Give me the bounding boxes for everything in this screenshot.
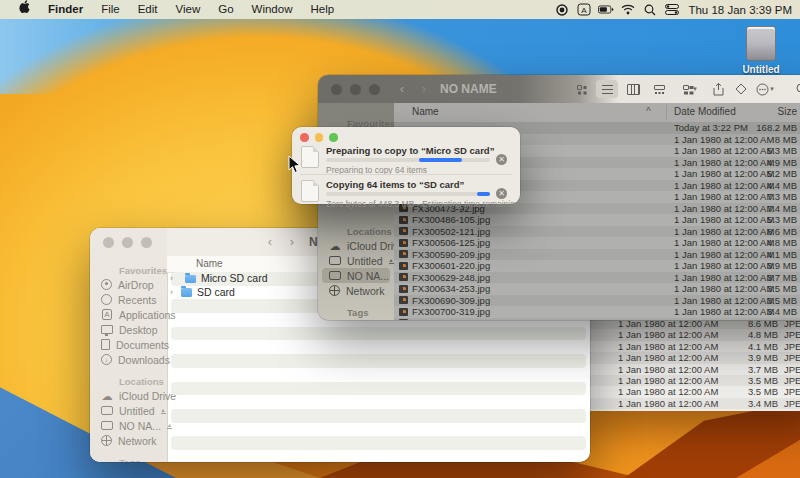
column-view-button[interactable] — [622, 80, 644, 98]
disk-icon — [101, 421, 113, 430]
sidebar-item[interactable]: iCloud Drive ▲ — [94, 388, 163, 403]
wifi-icon[interactable] — [620, 3, 636, 17]
minimize-button[interactable] — [350, 84, 361, 95]
forward-button[interactable]: › — [284, 233, 300, 251]
table-row[interactable]: FX300601-220.jpg 1 Jan 1980 at 12:00 AM … — [394, 260, 800, 272]
column-date-modified[interactable]: Date Modified — [674, 106, 736, 117]
sidebar-item[interactable]: AirDrop ▲ — [94, 277, 163, 292]
sidebar-item[interactable]: Favourites ▲ — [94, 264, 163, 277]
sidebar-item[interactable]: Tags ▲ — [322, 306, 390, 319]
close-button[interactable] — [103, 237, 114, 248]
table-row[interactable]: FX300629-248.jpg 1 Jan 1980 at 12:00 AM … — [394, 272, 800, 284]
search-icon[interactable] — [642, 3, 658, 17]
sidebar-item[interactable]: Recents ▲ — [94, 292, 163, 307]
sidebar-item[interactable]: Network ▲ — [94, 433, 163, 448]
back-button[interactable]: ‹ — [262, 233, 278, 251]
forward-button[interactable]: › — [416, 80, 432, 98]
table-row[interactable]: 1 Jan 1980 at 12:00 AM 3.5 MB JPEG image — [580, 375, 800, 386]
sidebar-item[interactable]: Network ▲ — [322, 283, 390, 298]
cell-date: 1 Jan 1980 at 12:00 AM — [618, 398, 718, 409]
table-row[interactable]: 1 Jan 1980 at 12:00 AM 3.5 MB JPEG image — [580, 386, 800, 397]
menu-file[interactable]: File — [92, 0, 129, 19]
apple-menu[interactable] — [10, 0, 39, 19]
table-row[interactable]: FX300590-209.jpg 1 Jan 1980 at 12:00 AM … — [394, 249, 800, 261]
sidebar-item-label: Network — [118, 435, 157, 447]
cell-name: FX300690-309.jpg — [412, 295, 490, 307]
sidebar-item[interactable]: NO NA... ▲ — [322, 268, 390, 283]
menu-go[interactable]: Go — [209, 0, 242, 19]
sidebar-item[interactable]: Untitled ▲ — [94, 403, 163, 418]
eject-icon[interactable]: ▲ — [389, 258, 394, 264]
copy-progress-dialog[interactable]: Preparing to copy to “Micro SD card” ✕ P… — [292, 127, 520, 204]
cell-date: 1 Jan 1980 at 12:00 AM — [618, 375, 718, 386]
cell-name: FX300700-319.jpg — [412, 306, 490, 318]
close-button[interactable] — [331, 84, 342, 95]
table-row[interactable]: 1 Jan 1980 at 12:00 AM 3.7 MB JPEG image — [580, 364, 800, 375]
cell-size: 7.3 MB — [729, 191, 797, 203]
tag-button[interactable] — [731, 80, 751, 98]
table-row[interactable]: 1 Jan 1980 at 12:00 AM 3.6 MB JPEG image — [580, 409, 800, 411]
column-size[interactable]: Size — [729, 106, 797, 117]
table-row[interactable]: FX300634-253.jpg 1 Jan 1980 at 12:00 AM … — [394, 283, 800, 295]
menu-bar-clock[interactable]: Thu 18 Jan 3:39 PM — [686, 4, 792, 16]
apple-logo-icon — [19, 0, 30, 13]
menu-finder[interactable]: Finder — [39, 0, 92, 19]
disclosure-chevron-icon[interactable]: › — [170, 272, 173, 286]
sidebar-item[interactable]: Documents ▲ — [94, 337, 163, 352]
zoom-button[interactable] — [369, 84, 380, 95]
sidebar-item[interactable]: Downloads ▲ — [94, 352, 163, 367]
table-row[interactable]: FX300502-121.jpg 1 Jan 1980 at 12:00 AM … — [394, 226, 800, 238]
sidebar-item[interactable]: Tags ▲ — [94, 456, 163, 462]
sidebar-item[interactable]: Locations ▲ — [322, 225, 390, 238]
gallery-view-button[interactable] — [648, 80, 670, 98]
table-row[interactable]: FX300506-125.jpg 1 Jan 1980 at 12:00 AM … — [394, 237, 800, 249]
table-row[interactable]: 1 Jan 1980 at 12:00 AM 4.1 MB JPEG image — [580, 341, 800, 352]
sidebar-item[interactable]: Locations ▲ — [94, 375, 163, 388]
zoom-button[interactable] — [141, 237, 152, 248]
table-row[interactable]: FX300690-309.jpg 1 Jan 1980 at 12:00 AM … — [394, 295, 800, 307]
table-row[interactable]: 1 Jan 1980 at 12:00 AM 3.9 MB JPEG image — [580, 352, 800, 363]
table-row[interactable]: 1 Jan 1980 at 12:00 AM 3.4 MB JPEG image — [580, 398, 800, 409]
list-view-button[interactable] — [596, 80, 618, 98]
share-button[interactable] — [708, 80, 728, 98]
sidebar-item[interactable]: Red ▲ — [322, 319, 390, 320]
more-actions-button[interactable]: ▾ — [755, 80, 775, 98]
table-row[interactable]: FX300486-105.jpg 1 Jan 1980 at 12:00 AM … — [394, 214, 800, 226]
cell-size: 4.8 MB — [710, 329, 778, 340]
zoom-button[interactable] — [329, 133, 338, 142]
sidebar-item-label: Desktop — [119, 324, 158, 336]
menu-view[interactable]: View — [167, 0, 210, 19]
sidebar-item[interactable]: Desktop ▲ — [94, 322, 163, 337]
minimize-button[interactable] — [122, 237, 133, 248]
sidebar-item[interactable]: Untitled ▲ — [322, 253, 390, 268]
table-row[interactable]: FX300738-357.jpg 1 Jan 1980 at 12:00 AM … — [394, 318, 800, 321]
battery-icon[interactable] — [598, 3, 614, 17]
group-button[interactable]: ▾ — [680, 80, 700, 98]
table-row[interactable]: FX300700-319.jpg 1 Jan 1980 at 12:00 AM … — [394, 306, 800, 318]
sort-ascending-icon[interactable]: ^ — [646, 106, 651, 117]
icon-view-button[interactable] — [570, 80, 592, 98]
back-button[interactable]: ‹ — [394, 80, 410, 98]
stop-button[interactable]: ✕ — [496, 188, 507, 199]
sidebar-item[interactable]: NO NA... ▲ — [94, 418, 163, 433]
titlebar[interactable]: ‹ › NO NAME ▾ ▾ — [318, 75, 800, 103]
input-source-icon[interactable]: A — [576, 3, 592, 17]
screen-record-icon[interactable] — [554, 3, 570, 17]
menu-help[interactable]: Help — [301, 0, 343, 19]
desktop-disk-icon[interactable]: Untitled — [736, 26, 786, 75]
sidebar-item[interactable]: iCloud Drive ▲ — [322, 238, 390, 253]
sidebar-item[interactable]: Applications ▲ — [94, 307, 163, 322]
disclosure-chevron-icon[interactable]: › — [170, 286, 173, 300]
gallery-view-icon — [654, 85, 665, 94]
search-button[interactable] — [792, 80, 800, 98]
stop-button[interactable]: ✕ — [496, 154, 507, 165]
control-center-icon[interactable] — [664, 3, 680, 17]
minimize-button[interactable] — [315, 133, 324, 142]
column-name[interactable]: Name — [196, 258, 223, 269]
close-button[interactable] — [300, 133, 309, 142]
eject-icon[interactable]: ▲ — [161, 408, 166, 414]
menu-edit[interactable]: Edit — [129, 0, 167, 19]
table-row[interactable]: 1 Jan 1980 at 12:00 AM 4.8 MB JPEG image — [580, 329, 800, 340]
menu-window[interactable]: Window — [243, 0, 302, 19]
column-name[interactable]: Name — [412, 106, 439, 117]
